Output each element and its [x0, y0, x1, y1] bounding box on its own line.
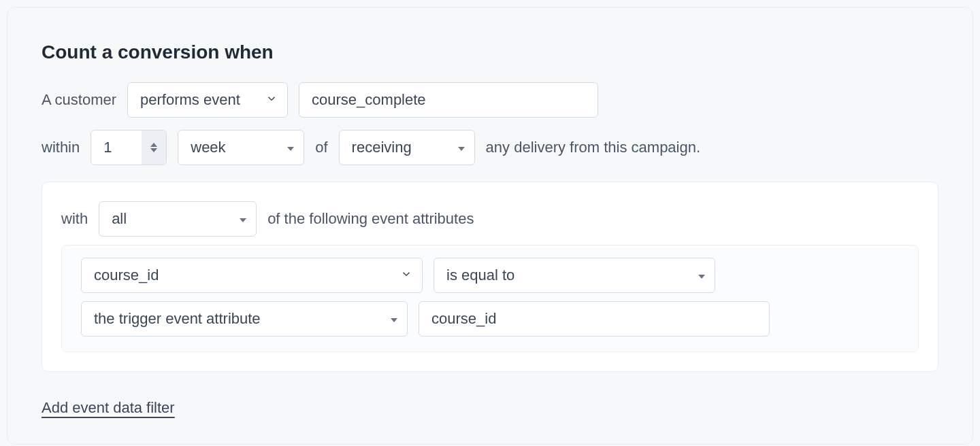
- condition-row-1: A customer performs event course_complet…: [42, 82, 938, 118]
- chevron-down-icon: [400, 267, 412, 284]
- caret-down-icon: [698, 267, 705, 284]
- with-label: with: [61, 210, 88, 228]
- value-type-select[interactable]: the trigger event attribute: [81, 301, 408, 337]
- caret-down-icon: [287, 139, 294, 156]
- within-label: within: [42, 139, 80, 156]
- action-select[interactable]: performs event: [127, 82, 288, 118]
- attribute-name-select[interactable]: course_id: [81, 258, 423, 293]
- condition-row-2: within 1 week of receiving any delivery …: [42, 130, 938, 165]
- attribute-filter-row-1: course_id is equal to: [81, 258, 899, 293]
- duration-unit-select[interactable]: week: [178, 130, 304, 165]
- action-select-value: performs event: [140, 91, 240, 109]
- attribute-name-value: course_id: [94, 267, 159, 284]
- match-type-value: all: [112, 210, 127, 228]
- chevron-down-icon: [265, 91, 278, 109]
- chevron-down-icon: [150, 148, 157, 153]
- caret-down-icon: [240, 210, 246, 228]
- panel-heading: Count a conversion when: [42, 41, 938, 63]
- duration-unit-value: week: [191, 139, 225, 156]
- duration-count-value: 1: [103, 139, 112, 156]
- event-name-value: course_complete: [312, 91, 426, 109]
- attribute-filter-panel: course_id is equal to the trigger event …: [61, 245, 919, 352]
- value-type-value: the trigger event attribute: [94, 310, 261, 328]
- duration-count-input[interactable]: 1: [91, 130, 167, 165]
- attribute-filter-row-2: the trigger event attribute course_id: [81, 301, 899, 337]
- attributes-suffix-label: of the following event attributes: [267, 210, 474, 228]
- event-attributes-panel: with all of the following event attribut…: [42, 182, 938, 372]
- value-text: course_id: [431, 310, 496, 328]
- event-name-input[interactable]: course_complete: [299, 82, 598, 118]
- of-label: of: [315, 139, 327, 156]
- customer-label: A customer: [42, 91, 116, 109]
- value-input[interactable]: course_id: [419, 301, 770, 337]
- caret-down-icon: [458, 139, 465, 156]
- operator-select[interactable]: is equal to: [434, 258, 715, 293]
- timing-select[interactable]: receiving: [339, 130, 475, 165]
- chevron-up-icon: [150, 142, 157, 148]
- add-event-data-filter-link[interactable]: Add event data filter: [42, 399, 175, 417]
- operator-value: is equal to: [446, 267, 514, 284]
- caret-down-icon: [391, 310, 397, 328]
- conversion-panel: Count a conversion when A customer perfo…: [7, 7, 973, 445]
- delivery-label: any delivery from this campaign.: [486, 139, 700, 156]
- match-row: with all of the following event attribut…: [61, 201, 919, 237]
- match-type-select[interactable]: all: [99, 201, 257, 237]
- timing-value: receiving: [352, 139, 412, 156]
- quantity-stepper[interactable]: [142, 131, 166, 165]
